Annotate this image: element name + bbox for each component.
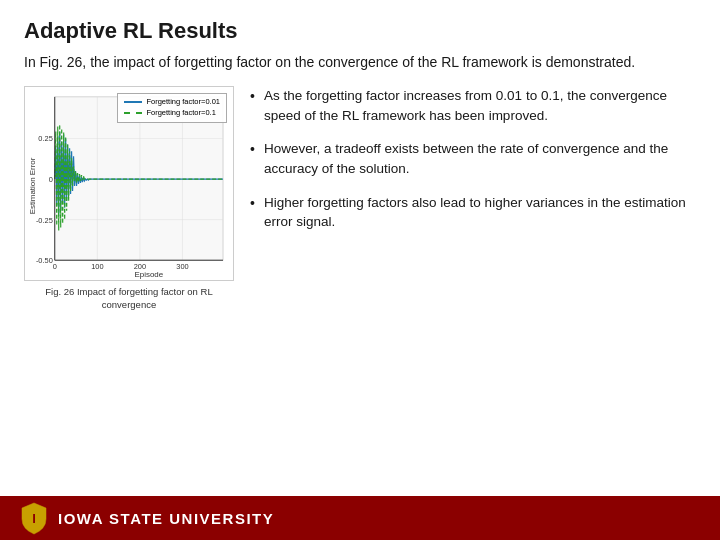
bullet-dot-1: • (250, 86, 264, 125)
footer-university-name: Iowa State University (58, 510, 274, 527)
figure-caption: Fig. 26 Impact of forgetting factor on R… (24, 286, 234, 311)
svg-text:I: I (32, 511, 36, 526)
legend-label-2: Forgetting factor=0.1 (146, 108, 215, 117)
legend-label-1: Forgetting factor=0.01 (146, 97, 220, 106)
page-title: Adaptive RL Results (24, 18, 696, 44)
legend-line-1 (124, 101, 142, 103)
bullet-1: • As the forgetting factor increases fro… (250, 86, 696, 125)
figure-section: Forgetting factor=0.01 Forgetting factor… (24, 86, 234, 311)
bullet-dot-2: • (250, 139, 264, 178)
svg-text:0.25: 0.25 (38, 135, 52, 144)
svg-text:100: 100 (91, 262, 103, 271)
bullet-dot-3: • (250, 193, 264, 232)
svg-text:-0.25: -0.25 (36, 216, 53, 225)
bullets-section: • As the forgetting factor increases fro… (250, 86, 696, 231)
svg-text:300: 300 (176, 262, 188, 271)
legend-line-2 (124, 112, 142, 114)
bullet-text-1: As the forgetting factor increases from … (264, 86, 696, 125)
bullet-text-2: However, a tradeoff exists between the r… (264, 139, 696, 178)
intro-paragraph: In Fig. 26, the impact of forgetting fac… (24, 52, 696, 72)
svg-text:0: 0 (49, 175, 53, 184)
svg-text:200: 200 (134, 262, 146, 271)
chart-legend: Forgetting factor=0.01 Forgetting factor… (117, 93, 227, 123)
svg-text:0: 0 (53, 262, 57, 271)
svg-text:-0.50: -0.50 (36, 256, 53, 265)
chart-container: Forgetting factor=0.01 Forgetting factor… (24, 86, 234, 281)
svg-text:Episode: Episode (135, 270, 164, 279)
bullet-2: • However, a tradeoff exists between the… (250, 139, 696, 178)
shield-icon: I (20, 501, 48, 535)
svg-text:Estimation Error: Estimation Error (28, 158, 37, 215)
bullet-text-3: Higher forgetting factors also lead to h… (264, 193, 696, 232)
bullet-3: • Higher forgetting factors also lead to… (250, 193, 696, 232)
footer-bar: I Iowa State University (0, 496, 720, 540)
